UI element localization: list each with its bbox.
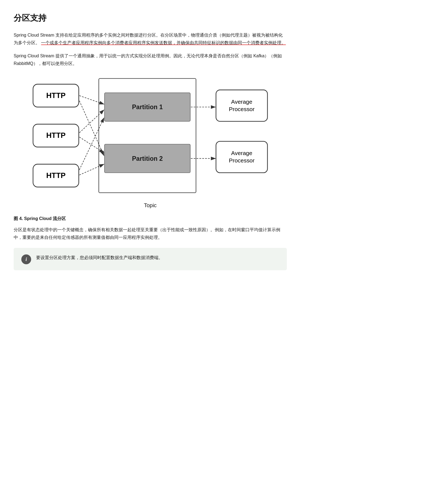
info-box: i 要设置分区处理方案，您必须同时配置数据生产端和数据消费端。 <box>14 248 287 270</box>
paragraph-1-underline: 一个或多个生产者应用程序实例向多个消费者应用程序实例发送数据，并确保由共同特征标… <box>41 40 286 45</box>
svg-text:Partition 1: Partition 1 <box>132 103 163 111</box>
paragraph-2: Spring Cloud Stream 提供了一个通用抽象，用于以统一的方式实现… <box>14 52 287 67</box>
svg-text:HTTP: HTTP <box>46 171 66 180</box>
figure-caption: 图 4. Spring Cloud 流分区 <box>14 215 287 222</box>
diagram-wrapper: HTTP HTTP HTTP Partition 1 Partition 2 A… <box>27 76 273 198</box>
page-title: 分区支持 <box>14 11 287 25</box>
svg-text:Average: Average <box>231 99 252 105</box>
svg-text:Partition 2: Partition 2 <box>132 155 163 162</box>
info-icon: i <box>21 254 31 264</box>
svg-text:Processor: Processor <box>229 157 255 164</box>
svg-text:HTTP: HTTP <box>46 131 66 139</box>
partition-diagram: HTTP HTTP HTTP Partition 1 Partition 2 A… <box>14 76 287 198</box>
svg-text:Average: Average <box>231 150 252 156</box>
paragraph-1: Spring Cloud Stream 支持在给定应用程序的多个实例之间对数据进… <box>14 31 287 47</box>
topic-label: Topic <box>14 201 287 210</box>
svg-text:Processor: Processor <box>229 106 255 112</box>
paragraph-3: 分区是有状态处理中的一个关键概念，确保所有相关数据一起处理至关重要（出于性能或一… <box>14 226 287 241</box>
info-box-text: 要设置分区处理方案，您必须同时配置数据生产端和数据消费端。 <box>36 254 163 261</box>
svg-text:HTTP: HTTP <box>46 91 66 100</box>
